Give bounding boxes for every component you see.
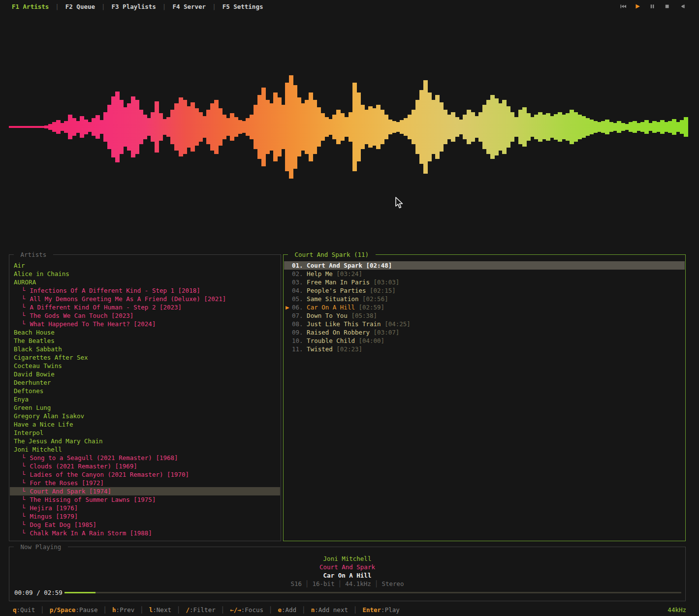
album-row[interactable]: └Court And Spark [1974] [10, 487, 280, 495]
format-part: 16-bit [313, 580, 335, 587]
track-list: 01. Court And Spark [02:48]02. Help Me [… [284, 261, 685, 540]
album-row[interactable]: └For the Roses [1972] [10, 479, 280, 487]
artist-row[interactable]: Deftones [10, 387, 280, 395]
track-title: Free Man In Paris [307, 278, 373, 286]
shortcut-label: :Pause [75, 606, 97, 614]
artist-row[interactable]: Beach House [10, 328, 280, 337]
audio-format-info: S16│16-bit│44.1kHz│Stereo [9, 580, 685, 588]
track-title: Court And Spark [307, 262, 366, 269]
album-label: Ladies of the Canyon (2021 Remaster) [19… [30, 471, 190, 478]
artist-row[interactable]: David Bowie [10, 370, 280, 378]
tree-branch-icon: └ [22, 320, 26, 328]
tree-branch-icon: └ [22, 304, 26, 311]
artist-row[interactable]: The Beatles [10, 337, 280, 345]
track-row[interactable]: 05. Same Situation [02:56] [284, 295, 685, 303]
pause-icon [649, 3, 656, 9]
track-row[interactable]: 09. Raised On Robbery [03:07] [284, 328, 685, 337]
artist-row[interactable]: Enya [10, 395, 280, 403]
play-button[interactable] [635, 3, 641, 9]
now-playing-info: Joni Mitchell Court And Spark Car On A H… [9, 554, 685, 588]
artist-row[interactable]: AURORA [10, 278, 280, 286]
album-row[interactable]: └What Happened To The Heart? [2024] [10, 320, 280, 328]
tree-branch-icon: └ [22, 295, 26, 303]
track-number: 01. [292, 262, 307, 269]
shortcut-key: Enter [362, 606, 381, 614]
track-row[interactable]: 11. Twisted [02:23] [284, 345, 685, 353]
artist-row[interactable]: Deerhunter [10, 378, 280, 387]
shortcut-key: / [186, 606, 190, 614]
track-number: 02. [292, 270, 307, 277]
format-part: 44.1kHz [345, 580, 371, 587]
track-row[interactable]: 03. Free Man In Paris [03:03] [284, 278, 685, 286]
shortcut-key: h [112, 606, 116, 614]
pause-button[interactable] [649, 3, 656, 9]
artist-row[interactable]: Black Sabbath [10, 345, 280, 353]
album-label: What Happened To The Heart? [2024] [30, 320, 156, 328]
album-row[interactable]: └Chalk Mark In A Rain Storm [1988] [10, 529, 280, 537]
album-row[interactable]: └Hejira [1976] [10, 504, 280, 512]
album-row[interactable]: └Mingus [1979] [10, 512, 280, 521]
status-bar: q:Quit│p/Space:Pause│h:Prev│l:Next│/:Fil… [0, 603, 699, 616]
artist-row[interactable]: Air [10, 261, 280, 270]
track-row[interactable]: 02. Help Me [03:24] [284, 270, 685, 278]
artist-row[interactable]: Cocteau Twins [10, 362, 280, 370]
track-title: Raised On Robbery [307, 329, 373, 336]
tab-settings[interactable]: F5 Settings [222, 3, 263, 10]
tree-branch-icon: └ [22, 462, 26, 470]
track-row[interactable]: 10. Trouble Child [04:00] [284, 337, 685, 345]
album-label: A Different Kind Of Human - Step 2 [2023… [30, 304, 182, 311]
artist-row[interactable]: Gregory Alan Isakov [10, 412, 280, 420]
album-row[interactable]: └All My Demons Greeting Me As A Friend (… [10, 295, 280, 303]
track-row[interactable]: 01. Court And Spark [02:48] [284, 261, 685, 270]
artist-row[interactable]: Alice in Chains [10, 270, 280, 278]
album-row[interactable]: └A Different Kind Of Human - Step 2 [202… [10, 303, 280, 311]
track-duration: [02:23] [336, 345, 362, 353]
shortcut-key: ←/→ [230, 606, 241, 614]
track-row[interactable]: ▶06. Car On A Hill [02:59] [284, 303, 685, 311]
album-row[interactable]: └The Hissing of Summer Lawns [1975] [10, 495, 280, 504]
format-separator: │ [302, 580, 313, 587]
tree-branch-icon: └ [22, 496, 26, 503]
album-row[interactable]: └The Gods We Can Touch [2023] [10, 311, 280, 320]
artist-row[interactable]: Cigarettes After Sex [10, 353, 280, 362]
progress-bar[interactable] [64, 592, 681, 593]
skip-back-button[interactable] [620, 3, 626, 9]
tab-artists[interactable]: F1 Artists [12, 3, 49, 10]
artist-list: AirAlice in ChainsAURORA└Infections Of A… [10, 261, 280, 540]
album-row[interactable]: └Clouds (2021 Remaster) [1969] [10, 462, 280, 470]
artist-row[interactable]: Joni Mitchell [10, 445, 280, 454]
tab-queue[interactable]: F2 Queue [65, 3, 95, 10]
album-label: The Hissing of Summer Lawns [1975] [30, 496, 156, 503]
track-row[interactable]: 07. Down To You [05:38] [284, 311, 685, 320]
shortcut-label: :Add next [315, 606, 348, 614]
menu-separator: | [162, 3, 166, 10]
shortcut-separator: │ [221, 606, 225, 614]
stop-button[interactable] [664, 3, 670, 9]
artist-row[interactable]: Green Lung [10, 403, 280, 412]
tree-branch-icon: └ [22, 454, 26, 462]
skip-forward-icon [679, 3, 685, 9]
format-part: S16 [290, 580, 302, 587]
album-row[interactable]: └Song to a Seagull (2021 Remaster) [1968… [10, 454, 280, 462]
track-row[interactable]: 08. Just Like This Train [04:25] [284, 320, 685, 328]
album-row[interactable]: └Dog Eat Dog [1985] [10, 521, 280, 529]
track-row[interactable]: 04. People's Parties [02:15] [284, 286, 685, 295]
album-row[interactable]: └Ladies of the Canyon (2021 Remaster) [1… [10, 470, 280, 479]
album-label: All My Demons Greeting Me As A Friend (D… [30, 295, 226, 303]
tree-branch-icon: └ [22, 312, 26, 319]
track-duration: [02:59] [358, 304, 384, 311]
shortcut-pause: p/Space:Pause [50, 606, 98, 614]
artist-row[interactable]: Interpol [10, 429, 280, 437]
artist-row[interactable]: The Jesus And Mary Chain [10, 437, 280, 445]
tab-playlists[interactable]: F3 Playlists [112, 3, 156, 10]
shortcut-label: :Focus [241, 606, 263, 614]
album-label: Mingus [1979] [30, 513, 78, 520]
menu-separator: | [212, 3, 216, 10]
shortcut-key: e [278, 606, 282, 614]
artist-row[interactable]: Have a Nice Life [10, 420, 280, 429]
album-row[interactable]: └Infections Of A Different Kind - Step 1… [10, 286, 280, 295]
track-title: Twisted [307, 345, 336, 353]
tab-server[interactable]: F4 Server [172, 3, 206, 10]
shortcut-separator: │ [103, 606, 107, 614]
skip-forward-button[interactable] [679, 3, 685, 9]
